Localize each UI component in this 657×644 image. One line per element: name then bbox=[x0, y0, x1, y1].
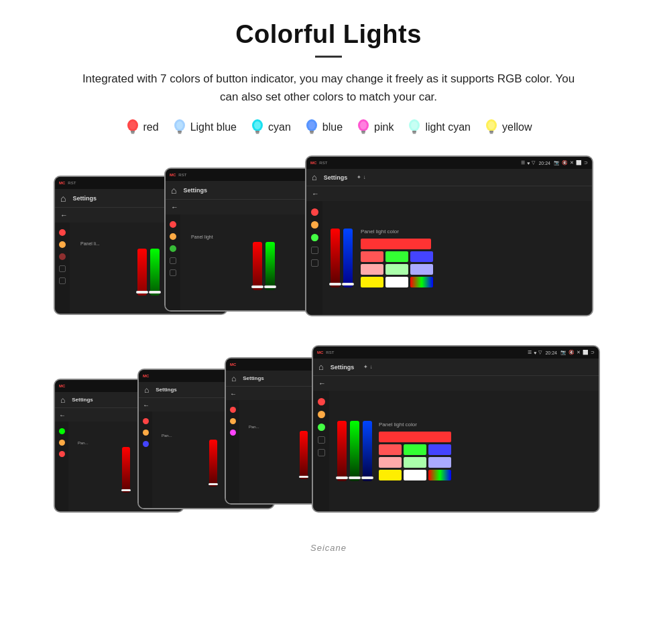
color-label-pink: pink bbox=[374, 121, 394, 133]
top-screens-section: MC RST ⌂ Settings ✦ ← bbox=[27, 155, 630, 326]
lightcyan-bulb-icon bbox=[407, 118, 422, 137]
svg-rect-18 bbox=[361, 131, 365, 133]
svg-rect-19 bbox=[362, 133, 365, 134]
title-divider bbox=[315, 56, 342, 58]
svg-point-17 bbox=[360, 121, 367, 129]
bot-screen-4: MC RST ☰♥▽20:24 📷🔇✕⬜⊃ ⌂ Settings ✦ ↓ bbox=[312, 345, 600, 513]
pink-bulb-icon bbox=[356, 118, 371, 137]
color-item-cyan: cyan bbox=[250, 118, 291, 137]
svg-rect-14 bbox=[310, 131, 314, 133]
color-label-lightblue: Light blue bbox=[190, 121, 237, 133]
svg-rect-3 bbox=[131, 133, 134, 134]
bottom-screen-stack: MC ⌂ Settings ← bbox=[54, 345, 603, 533]
red-bulb-icon bbox=[125, 118, 140, 137]
color-label-cyan: cyan bbox=[268, 121, 291, 133]
svg-rect-23 bbox=[413, 133, 416, 134]
svg-rect-26 bbox=[489, 131, 493, 133]
watermark-text: Seicane bbox=[310, 543, 347, 553]
watermark: Seicane bbox=[27, 543, 630, 553]
svg-rect-2 bbox=[131, 131, 135, 133]
color-item-blue: blue bbox=[304, 118, 343, 137]
title-section: Colorful Lights bbox=[27, 20, 630, 58]
color-label-blue: blue bbox=[322, 121, 343, 133]
yellow-bulb-icon bbox=[484, 118, 499, 137]
svg-rect-10 bbox=[255, 131, 259, 133]
svg-point-5 bbox=[176, 121, 183, 129]
color-label-lightcyan: light cyan bbox=[425, 121, 471, 133]
color-label-yellow: yellow bbox=[502, 121, 532, 133]
color-item-red: red bbox=[125, 118, 159, 137]
cyan-bulb-icon bbox=[250, 118, 265, 137]
page-title: Colorful Lights bbox=[27, 20, 630, 49]
color-item-yellow: yellow bbox=[484, 118, 532, 137]
top-screen-stack: MC RST ⌂ Settings ✦ ← bbox=[54, 155, 603, 326]
svg-rect-11 bbox=[256, 133, 259, 134]
top-screen-3: MC RST ☰♥▽20:24 📷🔇✕⬜⊃ ⌂ Settings ✦ ↓ bbox=[305, 155, 593, 316]
color-item-pink: pink bbox=[356, 118, 394, 137]
svg-rect-22 bbox=[412, 131, 416, 133]
description-text: Integrated with 7 colors of button indic… bbox=[74, 70, 583, 106]
svg-rect-15 bbox=[310, 133, 313, 134]
svg-point-9 bbox=[254, 121, 261, 129]
color-item-lightcyan: light cyan bbox=[407, 118, 471, 137]
svg-point-13 bbox=[308, 121, 315, 129]
color-item-lightblue: Light blue bbox=[172, 118, 237, 137]
svg-point-1 bbox=[129, 121, 136, 129]
svg-rect-27 bbox=[490, 133, 493, 134]
svg-rect-7 bbox=[178, 133, 181, 134]
lightblue-bulb-icon bbox=[172, 118, 187, 137]
page-wrapper: Colorful Lights Integrated with 7 colors… bbox=[0, 0, 657, 566]
color-label-red: red bbox=[143, 121, 159, 133]
svg-point-21 bbox=[411, 121, 418, 129]
blue-bulb-icon bbox=[304, 118, 319, 137]
svg-rect-6 bbox=[178, 131, 182, 133]
svg-point-25 bbox=[488, 121, 495, 129]
color-indicators-row: red Light blue cyan bbox=[27, 118, 630, 137]
bottom-screens-section: MC ⌂ Settings ← bbox=[27, 345, 630, 533]
